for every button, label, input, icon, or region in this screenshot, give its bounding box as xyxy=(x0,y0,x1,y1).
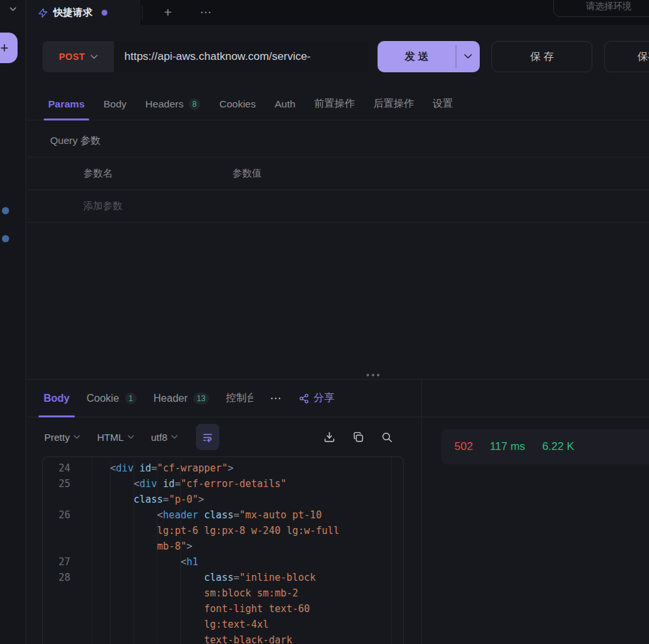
response-size: 6.22 K xyxy=(542,440,574,453)
zap-icon xyxy=(38,8,48,18)
response-code-viewer[interactable]: 24 <div id="cf-wrapper">25 <div id="cf-e… xyxy=(42,456,404,644)
tab-auth[interactable]: Auth xyxy=(275,88,296,120)
response-body-panel: Body Cookie1 Header13 控制台 ⋯ 分享 Pretty xyxy=(26,380,421,644)
resp-tab-cookie[interactable]: Cookie1 xyxy=(87,380,137,417)
unsaved-indicator-dot xyxy=(102,10,107,16)
tab-pre-operations[interactable]: 前置操作 xyxy=(314,88,355,120)
request-url-group: POST xyxy=(42,41,368,72)
copy-icon[interactable] xyxy=(352,431,365,443)
send-options-caret[interactable] xyxy=(456,41,480,72)
resp-tab-console[interactable]: 控制台 xyxy=(226,380,253,417)
code-row: 25 <div id="cf-error-details" xyxy=(43,476,403,492)
code-row: lg:text-4xl xyxy=(43,617,403,632)
save-as-button[interactable]: 保存为 xyxy=(604,41,649,72)
new-request-button[interactable]: + xyxy=(0,33,18,63)
tab-body[interactable]: Body xyxy=(104,88,126,120)
query-params-title: Query 参数 xyxy=(50,134,101,148)
code-row: 28 class="inline-block xyxy=(43,570,403,585)
tab-title: 快捷请求 xyxy=(53,7,92,19)
method-dropdown[interactable]: POST xyxy=(42,41,114,72)
response-action-icons xyxy=(323,417,393,456)
headers-count-badge: 8 xyxy=(189,98,200,110)
column-param-name: 参数名 xyxy=(27,167,232,180)
download-icon[interactable] xyxy=(323,430,336,443)
tab-settings[interactable]: 设置 xyxy=(433,88,453,120)
share-icon xyxy=(299,393,309,404)
header-count-badge: 13 xyxy=(193,393,208,404)
notification-dot xyxy=(2,235,9,242)
tab-overflow-button[interactable]: ⋯ xyxy=(192,0,221,25)
environment-select-label: 请选择环境 xyxy=(586,1,631,12)
code-row: 26 <header class="mx-auto pt-10 xyxy=(43,507,403,523)
code-row: 27 <h1 xyxy=(43,554,403,570)
code-row: font-light text-60 xyxy=(43,601,403,617)
response-meta-header xyxy=(422,380,649,417)
tab-quick-request[interactable]: 快捷请求 xyxy=(26,0,141,25)
app-window: + 快捷请求 + ⋯ 请选择环境 POST 发 送 xyxy=(0,0,649,644)
resp-tab-body[interactable]: Body xyxy=(44,380,70,417)
code-row: lg:pt-6 lg:px-8 w-240 lg:w-full xyxy=(43,523,403,539)
response-meta-panel: 502 117 ms 6.22 K xyxy=(421,380,649,644)
column-param-value: 参数值 xyxy=(232,167,262,180)
tab-post-operations[interactable]: 后置操作 xyxy=(374,88,414,120)
format-dropdown[interactable]: Pretty xyxy=(44,432,80,443)
environment-select[interactable]: 请选择环境 xyxy=(553,0,649,17)
table-header-row: 参数名 参数值 xyxy=(27,158,649,190)
left-rail: + xyxy=(0,0,26,644)
search-icon[interactable] xyxy=(381,431,393,443)
tab-headers[interactable]: Headers8 xyxy=(145,88,200,120)
send-label: 发 送 xyxy=(378,41,456,72)
request-tabs: Params Body Headers8 Cookies Auth 前置操作 后… xyxy=(27,88,649,120)
language-dropdown[interactable]: HTML xyxy=(97,432,134,443)
table-row[interactable]: 添加参数 xyxy=(27,190,649,223)
top-tab-bar: 快捷请求 + ⋯ 请选择环境 xyxy=(26,0,649,25)
encoding-dropdown[interactable]: utf8 xyxy=(151,432,178,443)
resp-tab-header[interactable]: Header13 xyxy=(154,380,209,417)
method-label: POST xyxy=(59,51,85,62)
response-section: Body Cookie1 Header13 控制台 ⋯ 分享 Pretty xyxy=(26,380,649,644)
divider xyxy=(142,5,143,20)
code-row: sm:block sm:mb-2 xyxy=(43,585,403,601)
code-row: 24 <div id="cf-wrapper"> xyxy=(43,460,403,476)
word-wrap-icon xyxy=(202,431,214,443)
query-params-table: 参数名 参数值 添加参数 xyxy=(27,157,649,223)
code-row: text-black-dark xyxy=(43,632,403,644)
share-label: 分享 xyxy=(314,391,335,405)
notification-dot xyxy=(2,207,9,214)
splitter-handle[interactable] xyxy=(365,372,381,378)
response-time: 117 ms xyxy=(490,440,525,453)
response-tabs: Body Cookie1 Header13 控制台 ⋯ 分享 xyxy=(26,380,421,417)
cookie-count-badge: 1 xyxy=(125,393,137,404)
word-wrap-toggle[interactable] xyxy=(196,424,219,450)
code-row: mb-8"> xyxy=(43,539,403,554)
save-button[interactable]: 保 存 xyxy=(491,41,592,72)
share-button[interactable]: 分享 xyxy=(299,391,335,405)
response-status-bar: 502 117 ms 6.22 K xyxy=(441,429,649,464)
tab-params[interactable]: Params xyxy=(48,88,85,120)
new-tab-button[interactable]: + xyxy=(155,0,181,25)
response-tabs-overflow-button[interactable]: ⋯ xyxy=(270,391,282,405)
url-input[interactable] xyxy=(114,41,368,72)
add-param-button[interactable]: 添加参数 xyxy=(27,200,122,212)
tab-cookies[interactable]: Cookies xyxy=(219,88,256,120)
response-toolbar: Pretty HTML utf8 xyxy=(26,417,421,456)
code-lines: 24 <div id="cf-wrapper">25 <div id="cf-e… xyxy=(43,457,403,644)
code-row: class="p-0"> xyxy=(43,492,403,507)
send-button[interactable]: 发 送 xyxy=(378,41,480,72)
chevron-down-icon xyxy=(90,55,98,59)
chevron-down-icon[interactable] xyxy=(7,3,19,15)
status-code: 502 xyxy=(454,440,473,453)
